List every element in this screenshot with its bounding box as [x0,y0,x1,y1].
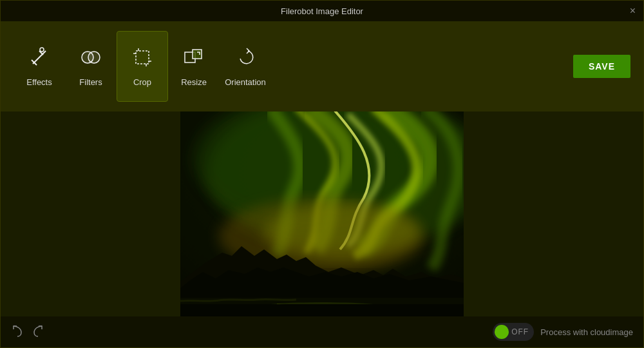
svg-rect-6 [136,51,149,64]
window-title: Filerobot Image Editor [281,6,363,16]
toolbar-right: SAVE [573,55,630,78]
toggle-label: OFF [511,327,529,336]
svg-line-0 [33,51,46,64]
main-content [1,111,643,316]
cloudimage-label: Process with cloudimage [540,327,633,337]
redo-button[interactable] [32,324,44,340]
undo-button[interactable] [11,324,24,340]
bottombar: OFF Process with cloudimage [1,316,643,347]
close-button[interactable]: × [630,6,636,16]
effects-icon [28,46,51,72]
effects-label: Effects [26,77,52,87]
cloudimage-toggle[interactable]: OFF [493,323,534,341]
crop-label: Crop [133,77,151,87]
tool-resize[interactable]: Resize [168,31,220,102]
titlebar: Filerobot Image Editor × [1,1,643,21]
toggle-circle [495,325,509,339]
tool-crop[interactable]: Crop [117,31,168,102]
orientation-label: Orientation [225,77,266,87]
svg-point-3 [40,48,44,52]
aurora-image [180,111,464,316]
filters-label: Filters [79,77,102,87]
filters-icon [79,46,102,72]
save-button[interactable]: SAVE [573,55,630,78]
tool-filters[interactable]: Filters [65,31,117,102]
toolbar: Effects Filters [1,21,643,111]
tool-orientation[interactable]: Orientation [220,31,271,102]
svg-point-5 [88,52,100,63]
resize-icon [182,46,205,72]
resize-label: Resize [181,77,207,87]
bottom-right: OFF Process with cloudimage [493,323,633,341]
window: Filerobot Image Editor × Effects [0,0,644,348]
tool-effects[interactable]: Effects [14,31,65,102]
orientation-icon [234,46,257,72]
crop-icon [131,46,154,72]
svg-rect-12 [193,50,202,59]
image-area [180,111,464,316]
bottom-left [11,324,44,340]
svg-rect-22 [180,111,464,316]
